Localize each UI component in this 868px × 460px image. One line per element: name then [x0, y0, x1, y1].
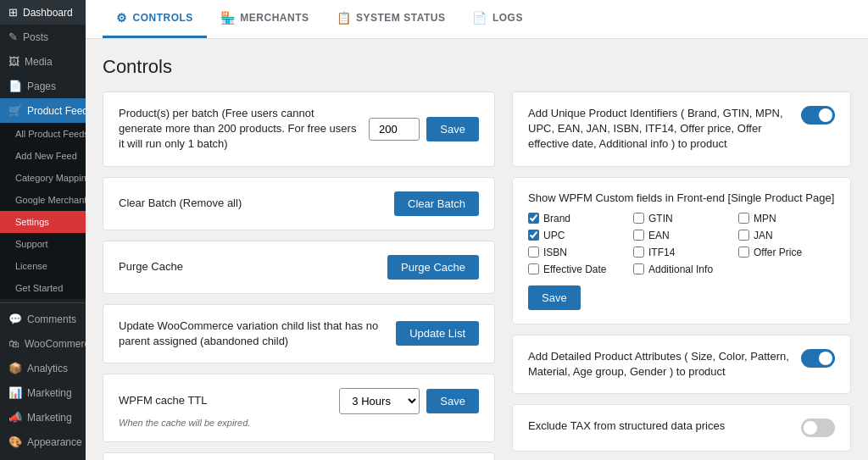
right-column: Add Unique Product Identifiers ( Brand, …	[512, 91, 851, 460]
card-exclude-tax: Exclude TAX from structured data prices	[512, 404, 851, 452]
tab-logs[interactable]: 📄 LOGS	[459, 0, 537, 38]
update-list-actions: Update List	[396, 321, 479, 346]
batch-size-save-button[interactable]: Save	[426, 117, 479, 141]
clear-batch-button[interactable]: Clear Batch	[394, 191, 479, 216]
unique-identifiers-label: Add Unique Product Identifiers ( Brand, …	[528, 106, 791, 152]
checkbox-jan[interactable]: JAN	[738, 230, 835, 241]
checkbox-effective-date-input[interactable]	[528, 263, 539, 274]
content: Controls Product(s) per batch (Free user…	[86, 39, 868, 460]
sidebar-item-all-feeds[interactable]: All Product Feeds	[0, 123, 86, 145]
exclude-tax-row: Exclude TAX from structured data prices	[528, 418, 835, 437]
checkbox-jan-input[interactable]	[738, 230, 749, 241]
sidebar-item-license[interactable]: License	[0, 255, 86, 277]
update-list-label: Update WooCommerce variation child list …	[119, 319, 386, 349]
sidebar-item-label: Analytics	[27, 363, 68, 374]
checkbox-isbn[interactable]: ISBN	[528, 247, 625, 258]
unique-identifiers-toggle[interactable]	[801, 106, 835, 125]
checkbox-ean[interactable]: EAN	[633, 230, 730, 241]
checkbox-mpn-input[interactable]	[738, 213, 749, 224]
batch-size-input[interactable]	[369, 118, 420, 141]
sidebar-item-label: Add New Feed	[15, 151, 77, 161]
checkbox-offer-price[interactable]: Offer Price	[738, 247, 835, 258]
checkbox-upc-input[interactable]	[528, 230, 539, 241]
sidebar-item-label: Category Mapping	[15, 173, 86, 183]
sidebar-item-label: Google Merchant Settings	[15, 195, 86, 205]
sidebar-item-label: Product Feed	[27, 105, 86, 117]
checkbox-itf14[interactable]: ITF14	[633, 247, 730, 258]
checkbox-offer-price-input[interactable]	[738, 247, 749, 258]
checkbox-isbn-input[interactable]	[528, 247, 539, 258]
content-columns: Product(s) per batch (Free users cannot …	[103, 91, 851, 460]
top-nav: ⚙ CONTROLS 🏪 MERCHANTS 📋 SYSTEM STATUS 📄…	[86, 0, 868, 39]
cache-ttl-select[interactable]: 1 Hour 3 Hours 6 Hours 12 Hours 24 Hours	[339, 388, 420, 414]
sidebar-item-label: License	[15, 261, 47, 271]
sidebar-item-label: Media	[25, 56, 53, 68]
sidebar-item-label: All Product Feeds	[15, 129, 86, 139]
sidebar: ⊞ Dashboard ✎ Posts 🖼 Media 📄 Pages 🛒 Pr…	[0, 0, 86, 460]
checkbox-gtin[interactable]: GTIN	[633, 213, 730, 224]
purge-cache-label: Purge Cache	[119, 259, 377, 274]
clear-batch-actions: Clear Batch	[394, 191, 479, 216]
controls-tab-icon: ⚙	[116, 11, 128, 25]
detailed-attributes-toggle[interactable]	[801, 349, 835, 368]
checkbox-itf14-input[interactable]	[633, 247, 644, 258]
card-cache-ttl: WPFM cache TTL 1 Hour 3 Hours 6 Hours 12…	[103, 374, 495, 442]
sidebar-item-label: Posts	[23, 31, 48, 43]
sidebar-item-label: Dashboard	[23, 7, 73, 19]
sidebar-item-media[interactable]: 🖼 Media	[0, 49, 86, 74]
card-batch-size-row: Product(s) per batch (Free users cannot …	[119, 106, 479, 152]
appearance-icon: 🎨	[8, 435, 22, 448]
checkbox-additional-info-input[interactable]	[633, 263, 644, 274]
cache-ttl-select-wrap: 1 Hour 3 Hours 6 Hours 12 Hours 24 Hours…	[339, 388, 479, 414]
update-list-button[interactable]: Update List	[396, 321, 479, 346]
media-icon: 🖼	[8, 55, 19, 68]
unique-identifiers-slider	[801, 106, 835, 125]
checkbox-upc[interactable]: UPC	[528, 230, 625, 241]
sidebar-item-add-new-feed[interactable]: Add New Feed	[0, 145, 86, 167]
sidebar-item-label: Marketing	[27, 412, 72, 424]
exclude-tax-toggle[interactable]	[801, 418, 835, 437]
sidebar-item-appearance[interactable]: 🎨 Appearance	[0, 430, 86, 454]
sidebar-item-woocommerce[interactable]: 🛍 WooCommerce	[0, 331, 86, 356]
card-purge-cache: Purge Cache Purge Cache	[103, 241, 495, 294]
card-custom-fields: Show WPFM Custom fields in Front-end [Si…	[512, 177, 851, 324]
sidebar-item-products[interactable]: 📦 Analytics	[0, 356, 86, 380]
sidebar-item-settings[interactable]: Settings	[0, 211, 86, 233]
sidebar-item-category-mapping[interactable]: Category Mapping	[0, 167, 86, 189]
left-column: Product(s) per batch (Free users cannot …	[103, 91, 495, 460]
sidebar-item-get-started[interactable]: Get Started	[0, 277, 86, 299]
checkbox-mpn[interactable]: MPN	[738, 213, 835, 224]
sidebar-item-marketing[interactable]: 📣 Marketing	[0, 405, 86, 430]
sidebar-item-comments[interactable]: 💬 Comments	[0, 307, 86, 331]
logs-tab-icon: 📄	[472, 11, 487, 25]
tab-controls[interactable]: ⚙ CONTROLS	[103, 0, 207, 38]
detailed-attributes-label: Add Detailed Product Attributes ( Size, …	[528, 349, 791, 380]
checkbox-gtin-input[interactable]	[633, 213, 644, 224]
tab-merchants[interactable]: 🏪 MERCHANTS	[207, 0, 323, 38]
sidebar-item-plugins[interactable]: 🔌 Plugins	[0, 454, 86, 460]
tab-merchants-label: MERCHANTS	[240, 12, 309, 24]
sidebar-item-product-feed[interactable]: 🛒 Product Feed	[0, 98, 86, 123]
sidebar-item-dashboard[interactable]: ⊞ Dashboard	[0, 0, 86, 25]
checkbox-ean-input[interactable]	[633, 230, 644, 241]
sidebar-divider	[0, 302, 86, 303]
sidebar-item-posts[interactable]: ✎ Posts	[0, 25, 86, 49]
tab-controls-label: CONTROLS	[133, 12, 193, 24]
exclude-tax-slider	[801, 418, 835, 437]
card-clear-batch: Clear Batch (Remove all) Clear Batch	[103, 177, 495, 230]
sidebar-item-label: Settings	[15, 217, 49, 227]
checkbox-effective-date[interactable]: Effective Date	[528, 263, 625, 275]
cache-ttl-save-button[interactable]: Save	[426, 389, 479, 413]
checkbox-brand-input[interactable]	[528, 213, 539, 224]
sidebar-item-analytics[interactable]: 📊 Marketing	[0, 380, 86, 405]
sidebar-item-support[interactable]: Support	[0, 233, 86, 255]
tab-system-status[interactable]: 📋 SYSTEM STATUS	[323, 0, 459, 38]
sidebar-item-pages[interactable]: 📄 Pages	[0, 74, 86, 98]
custom-fields-save-button[interactable]: Save	[528, 285, 581, 310]
sidebar-item-google-merchant[interactable]: Google Merchant Settings	[0, 189, 86, 211]
sidebar-item-label: Pages	[27, 80, 56, 92]
batch-size-actions: Save	[369, 117, 479, 141]
checkbox-brand[interactable]: Brand	[528, 213, 625, 224]
checkbox-additional-info[interactable]: Additional Info	[633, 263, 730, 275]
purge-cache-button[interactable]: Purge Cache	[387, 255, 479, 280]
